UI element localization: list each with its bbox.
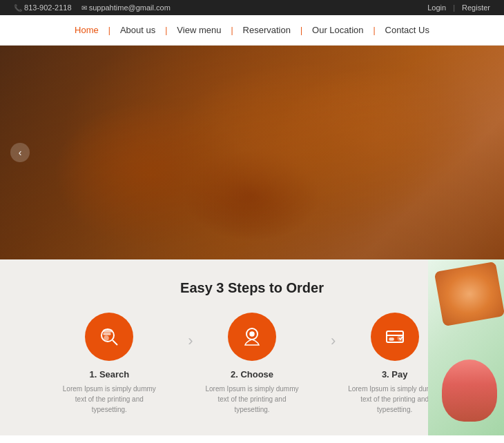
nav-home[interactable]: Home [69,22,104,38]
phone-number: 813-902-2118 [24,3,72,12]
svg-line-1 [113,340,117,345]
step-search-icon-circle [85,313,133,361]
top-bar-auth: Login | Register [427,3,490,12]
step-choose-desc: Lorem Ipsum is simply dummy text of the … [204,384,300,415]
auth-separator: | [453,3,455,12]
step-search-label: 1. Search [89,369,129,380]
svg-point-6 [250,332,254,336]
email-address: suppahtime@gmail.com [89,3,171,12]
svg-rect-2 [104,330,112,332]
steps-food-decoration [428,259,504,435]
step-choose: › 2. Choose Lorem Ipsum is simply dummy … [181,313,324,415]
steps-title: Easy 3 Steps to Order [14,280,490,296]
hero-banner: ‹ [0,46,504,259]
nav-sep-3: | [231,26,233,35]
nav-sep-4: | [300,26,302,35]
svg-rect-3 [104,333,110,335]
nav-sep-2: | [165,26,167,35]
nav-sep-5: | [373,26,375,35]
nav-contact[interactable]: Contact Us [380,22,435,38]
email-info: suppahtime@gmail.com [81,3,171,12]
step-choose-label: 2. Choose [231,369,273,380]
menu-section: Main Menu ‹ › [0,435,504,443]
svg-rect-9 [389,338,394,340]
step-search: › 1. Search Lorem Ipsum is simply dummy … [38,313,181,415]
login-link[interactable]: Login [427,3,446,12]
phone-info: 813-902-2118 [14,3,72,12]
nav-location[interactable]: Our Location [307,22,369,38]
register-link[interactable]: Register [462,3,490,12]
step-search-desc: Lorem Ipsum is simply dummy text of the … [61,384,157,415]
nav-about[interactable]: About us [115,22,161,38]
steps-section: Easy 3 Steps to Order › 1. Search Lorem … [0,259,504,435]
top-bar: 813-902-2118 suppahtime@gmail.com Login … [0,0,504,15]
pay-icon [382,324,407,349]
hero-prev-button[interactable]: ‹ [10,143,30,162]
step-pay-label: 3. Pay [382,369,408,380]
email-icon [81,3,87,12]
hero-overlay [0,46,504,259]
nav-reservation[interactable]: Reservation [238,22,296,38]
svg-point-4 [104,336,108,340]
top-bar-contact: 813-902-2118 suppahtime@gmail.com [14,3,171,12]
nav-sep-1: | [108,26,110,35]
hero-background [0,46,504,259]
nav-viewmenu[interactable]: View menu [171,22,226,38]
step-pay-icon-circle [371,313,419,361]
steps-container: › 1. Search Lorem Ipsum is simply dummy … [38,313,466,415]
phone-icon [14,3,22,12]
step-choose-icon-circle [228,313,276,361]
choose-icon [240,324,264,349]
main-nav: Home | About us | View menu | Reservatio… [0,15,504,46]
search-icon [97,324,122,349]
